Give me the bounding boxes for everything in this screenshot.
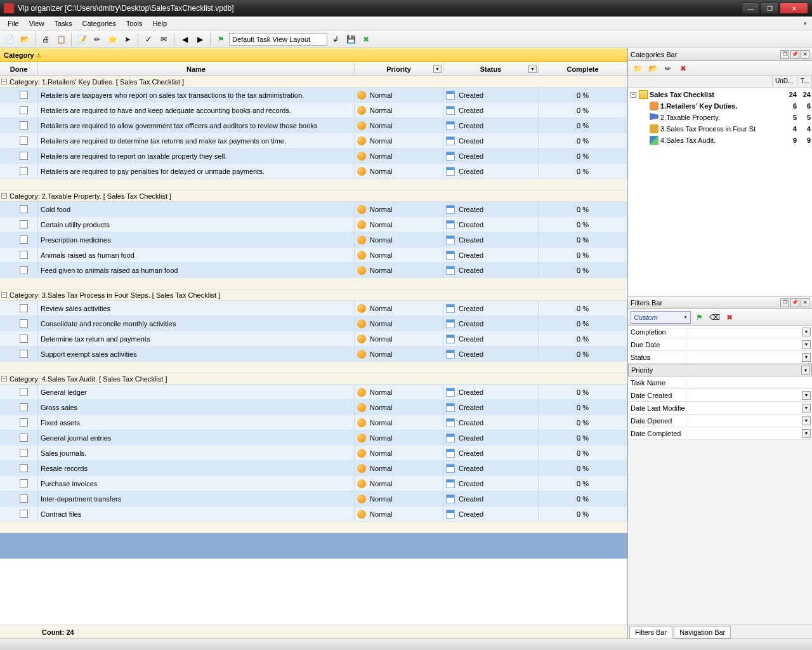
tree-root[interactable]: −Sales Tax Checklist2424 (629, 89, 811, 100)
tree-collapse-icon[interactable]: − (631, 92, 636, 98)
task-row[interactable]: Retailers are required to allow governme… (0, 118, 627, 133)
star-icon[interactable]: ⭐ (105, 32, 119, 46)
done-checkbox[interactable] (20, 335, 28, 343)
cat-edit-icon[interactable]: ✏ (661, 62, 675, 76)
filter-preset-combo[interactable]: Custom▼ (631, 311, 691, 324)
done-checkbox[interactable] (20, 235, 28, 244)
task-row[interactable]: Gross salesNormalCreated0 % (0, 400, 627, 415)
dropdown-icon[interactable]: ▼ (802, 328, 811, 336)
collapse-icon[interactable]: − (1, 79, 7, 84)
done-checkbox[interactable] (20, 220, 28, 229)
filter-row-date-completed[interactable]: Date Completed▼ (628, 427, 812, 440)
task-row[interactable]: Resale recordsNormalCreated0 % (0, 461, 627, 476)
task-row[interactable]: Cold foodNormalCreated0 % (0, 202, 627, 217)
print-icon[interactable]: 🖨 (39, 32, 53, 46)
dropdown-icon[interactable]: ▼ (802, 429, 811, 438)
col-complete[interactable]: Complete (539, 62, 627, 76)
new-file-icon[interactable]: 📄 (3, 32, 16, 46)
export-icon[interactable]: 📋 (54, 32, 68, 46)
menu-view[interactable]: View (24, 18, 49, 29)
filter-row-task-name[interactable]: Task Name (628, 376, 812, 389)
dropdown-icon[interactable]: ▼ (802, 353, 811, 362)
task-row[interactable]: Determine tax return and paymentsNormalC… (0, 331, 627, 347)
task-row[interactable]: Purchase invoicesNormalCreated0 % (0, 476, 627, 491)
task-row[interactable]: Retailers are required to have and keep … (0, 103, 627, 118)
group-by-bar[interactable]: Category △ (0, 48, 627, 62)
task-row[interactable]: Consolidate and reconcile monthly activi… (0, 316, 627, 331)
done-checkbox[interactable] (20, 494, 28, 503)
categories-tree[interactable]: −Sales Tax Checklist24241.Retailers' Key… (628, 88, 812, 296)
filter-delete-icon[interactable]: ✖ (723, 310, 737, 324)
mail-icon[interactable]: ✉ (157, 32, 171, 46)
new-task-icon[interactable]: 📝 (75, 32, 89, 46)
layout-save-icon[interactable]: 💾 (344, 32, 358, 46)
open-folder-icon[interactable]: 📂 (18, 32, 32, 46)
task-row[interactable]: Retailers are required to report on taxa… (0, 149, 627, 164)
done-checkbox[interactable] (20, 205, 28, 213)
task-row[interactable]: General journal entriesNormalCreated0 % (0, 430, 627, 446)
menu-tasks[interactable]: Tasks (49, 18, 77, 29)
dropdown-icon[interactable]: ▼ (802, 404, 811, 413)
col-done[interactable]: Done (0, 62, 38, 76)
task-row[interactable]: Review sales activitiesNormalCreated0 % (0, 301, 627, 316)
panel-restore-icon[interactable]: ❐ (780, 298, 789, 307)
task-row[interactable]: Inter-department transfersNormalCreated0… (0, 491, 627, 507)
tab-navigation-bar[interactable]: Navigation Bar (674, 626, 731, 639)
minimize-button[interactable]: — (742, 3, 759, 14)
arrow-icon[interactable]: ➤ (121, 32, 134, 46)
panel-restore-icon[interactable]: ❐ (780, 50, 789, 59)
filter-row-due-date[interactable]: Due Date▼ (628, 338, 812, 351)
cat-delete-icon[interactable]: ✖ (676, 62, 690, 76)
filter-row-date-created[interactable]: Date Created▼ (628, 389, 812, 402)
layout-apply-icon[interactable]: ↲ (329, 32, 343, 46)
task-row[interactable]: Retailers are required to pay penalties … (0, 164, 627, 179)
tree-item[interactable]: 3.Sales Tax Process in Four St44 (629, 123, 811, 135)
col-priority[interactable]: Priority▼ (355, 62, 443, 76)
tab-filters-bar[interactable]: Filters Bar (629, 626, 672, 639)
task-row[interactable]: Fixed assetsNormalCreated0 % (0, 415, 627, 430)
layout-selector[interactable]: Default Task View Layout (229, 33, 327, 46)
filter-clear-icon[interactable]: ⌫ (707, 310, 721, 324)
dropdown-icon[interactable]: ▼ (802, 391, 811, 400)
filter-row-date-opened[interactable]: Date Opened▼ (628, 415, 812, 427)
task-row[interactable]: Retailers are required to determine tax … (0, 133, 627, 149)
task-row[interactable]: Support exempt sales activitiesNormalCre… (0, 347, 627, 362)
done-checkbox[interactable] (20, 449, 28, 457)
menu-categories[interactable]: Categories (77, 18, 121, 29)
done-checkbox[interactable] (20, 403, 28, 411)
panel-pin-icon[interactable]: 📌 (790, 298, 799, 307)
done-checkbox[interactable] (20, 319, 28, 328)
menu-tools[interactable]: Tools (121, 18, 148, 29)
check-icon[interactable]: ✓ (141, 32, 155, 46)
layout-delete-icon[interactable]: ✖ (359, 32, 373, 46)
menubar-overflow[interactable]: ▾ (801, 19, 809, 28)
dropdown-icon[interactable]: ▼ (801, 366, 810, 375)
panel-close-icon[interactable]: ✕ (801, 298, 809, 307)
dropdown-icon[interactable]: ▼ (802, 340, 811, 349)
done-checkbox[interactable] (20, 167, 28, 175)
category-group-row[interactable]: −Category: 3.Sales Tax Process in Four S… (0, 289, 627, 301)
menu-file[interactable]: File (3, 18, 24, 29)
task-row[interactable]: Prescription medicinesNormalCreated0 % (0, 232, 627, 248)
done-checkbox[interactable] (20, 152, 28, 160)
done-checkbox[interactable] (20, 251, 28, 259)
indent-left-icon[interactable]: ◀ (178, 32, 192, 46)
collapse-icon[interactable]: − (1, 292, 7, 298)
done-checkbox[interactable] (20, 121, 28, 129)
task-row[interactable]: Feed given to animals raised as human fo… (0, 263, 627, 278)
status-filter-icon[interactable]: ▼ (528, 65, 537, 73)
filter-row-status[interactable]: Status▼ (628, 351, 812, 364)
task-row[interactable]: General ledgerNormalCreated0 % (0, 385, 627, 400)
done-checkbox[interactable] (20, 304, 28, 312)
category-group-row[interactable]: −Category: 1.Retailers' Key Duties. [ Sa… (0, 76, 627, 88)
panel-pin-icon[interactable]: 📌 (790, 50, 799, 59)
priority-filter-icon[interactable]: ▼ (433, 65, 442, 73)
tree-item[interactable]: 1.Retailers' Key Duties.66 (629, 100, 811, 112)
task-row[interactable]: Contract filesNormalCreated0 % (0, 507, 627, 522)
collapse-icon[interactable]: − (1, 193, 7, 199)
task-row[interactable]: Animals raised as human foodNormalCreate… (0, 248, 627, 263)
done-checkbox[interactable] (20, 418, 28, 427)
cat-sub-icon[interactable]: 📂 (646, 62, 660, 76)
category-group-row[interactable]: −Category: 2.Taxable Property. [ Sales T… (0, 190, 627, 202)
cat-new-icon[interactable]: 📁 (631, 62, 645, 76)
